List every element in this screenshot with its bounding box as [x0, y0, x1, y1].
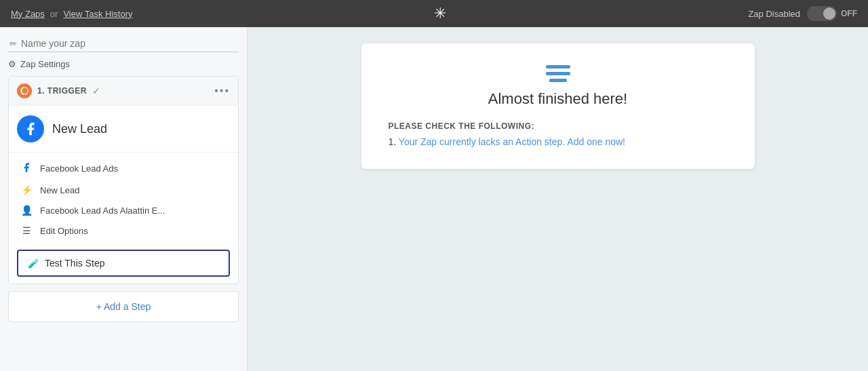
trigger-options-icon[interactable]: •••: [214, 85, 230, 97]
trigger-label: 1. TRIGGER: [37, 86, 87, 96]
zap-status-label: Zap Disabled: [748, 9, 800, 19]
nav-center: ✳: [434, 5, 446, 22]
facebook-icon-big: [17, 115, 44, 142]
trigger-app-title: New Lead: [52, 122, 107, 136]
new-lead-label: New Lead: [40, 185, 80, 195]
test-step-label: Test This Step: [45, 258, 104, 269]
trigger-badge-icon: [20, 86, 29, 96]
zap-settings-label: Zap Settings: [20, 59, 70, 69]
main-layout: ✏ ⚙ Zap Settings 1. TRIGGER ✓: [0, 27, 868, 371]
view-task-history-link[interactable]: View Task History: [63, 9, 132, 19]
user-icon: 👤: [20, 205, 33, 216]
trigger-card: 1. TRIGGER ✓ ••• New Lead: [8, 76, 239, 284]
gear-icon: ⚙: [8, 59, 16, 69]
my-zaps-link[interactable]: My Zaps: [11, 9, 45, 19]
zap-toggle[interactable]: OFF: [807, 6, 857, 21]
zapier-logo-icon: ✳: [434, 5, 446, 22]
trigger-app-badge: [17, 83, 32, 98]
trigger-header: 1. TRIGGER ✓ •••: [9, 77, 238, 106]
zap-name-input[interactable]: [21, 38, 237, 49]
pencil-icon: ✏: [9, 39, 17, 49]
top-nav: My Zaps or View Task History ✳ Zap Disab…: [0, 0, 868, 27]
almost-finished-title: Almost finished here!: [389, 90, 728, 108]
sidebar: ✏ ⚙ Zap Settings 1. TRIGGER ✓: [0, 27, 248, 371]
trigger-header-left: 1. TRIGGER ✓: [17, 83, 100, 98]
add-step-button[interactable]: + Add a Step: [8, 291, 239, 322]
hamburger-line-1: [546, 65, 570, 69]
edit-options-label: Edit Options: [40, 226, 88, 236]
add-action-link[interactable]: Your Zap currently lacks an Action step.…: [399, 136, 625, 147]
facebook-lead-ads-label: Facebook Lead Ads: [40, 163, 118, 174]
facebook-logo-svg: [23, 121, 38, 136]
detail-row-new-lead[interactable]: ⚡ New Lead: [17, 180, 230, 199]
trigger-details: Facebook Lead Ads ⚡ New Lead 👤 Facebook …: [9, 153, 238, 246]
nav-right: Zap Disabled OFF: [748, 6, 857, 21]
check-heading: PLEASE CHECK THE FOLLOWING:: [389, 121, 728, 131]
zap-name-row: ✏: [8, 35, 239, 52]
toggle-off-label: OFF: [841, 9, 857, 18]
facebook-small-icon: [20, 162, 33, 175]
nav-separator: or: [50, 9, 58, 19]
detail-row-facebook[interactable]: Facebook Lead Ads: [17, 158, 230, 179]
detail-row-account[interactable]: 👤 Facebook Lead Ads Alaattin E...: [17, 201, 230, 220]
trigger-check-icon: ✓: [92, 85, 100, 96]
new-lead-big-row: New Lead: [9, 106, 238, 153]
hamburger-line-3: [549, 79, 567, 82]
almost-finished-card: Almost finished here! PLEASE CHECK THE F…: [361, 43, 755, 169]
lightning-icon: ⚡: [20, 184, 33, 195]
check-item-1: 1. Your Zap currently lacks an Action st…: [389, 136, 728, 147]
main-content: Almost finished here! PLEASE CHECK THE F…: [248, 27, 868, 371]
hamburger-line-2: [546, 72, 570, 75]
toggle-knob: [823, 7, 835, 20]
nav-links: My Zaps or View Task History: [11, 9, 133, 19]
flask-icon: 🧪: [28, 258, 39, 269]
check-item-number: 1.: [389, 136, 397, 147]
toggle-switch[interactable]: [807, 6, 837, 21]
account-label: Facebook Lead Ads Alaattin E...: [40, 206, 165, 216]
list-icon: ☰: [20, 225, 33, 236]
hamburger-icon: [389, 65, 728, 82]
detail-row-edit-options[interactable]: ☰ Edit Options: [17, 221, 230, 240]
test-step-button[interactable]: 🧪 Test This Step: [17, 250, 230, 277]
zap-settings-row[interactable]: ⚙ Zap Settings: [8, 59, 239, 69]
